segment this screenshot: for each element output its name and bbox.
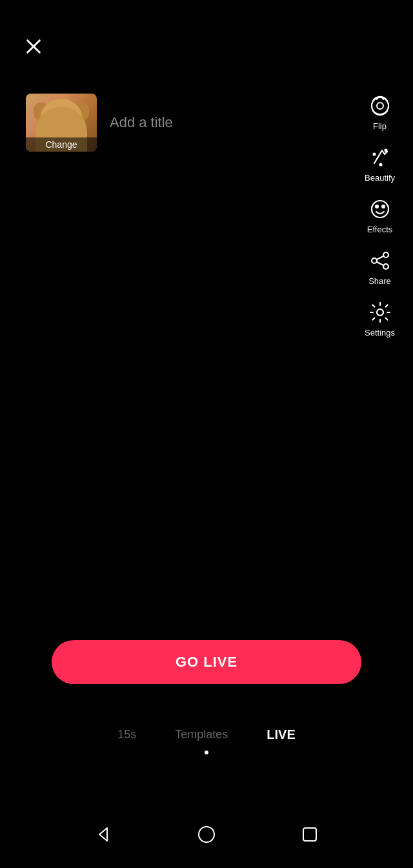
share-label: Share xyxy=(368,276,391,286)
thumbnail[interactable]: Change xyxy=(26,94,97,152)
go-live-button[interactable]: GO LIVE xyxy=(52,640,361,684)
svg-point-4 xyxy=(385,150,387,152)
svg-marker-16 xyxy=(99,828,107,841)
svg-rect-18 xyxy=(303,828,316,841)
svg-point-11 xyxy=(372,258,377,263)
settings-label: Settings xyxy=(365,328,395,338)
beautify-button[interactable]: Beautify xyxy=(365,145,395,183)
tab-templates[interactable]: Templates xyxy=(175,728,228,742)
close-button[interactable] xyxy=(21,34,46,59)
home-nav-button[interactable] xyxy=(192,820,221,849)
effects-button[interactable]: Effects xyxy=(367,197,393,234)
svg-point-12 xyxy=(383,264,388,269)
back-nav-button[interactable] xyxy=(89,820,117,849)
svg-point-17 xyxy=(199,827,214,842)
tab-15s[interactable]: 15s xyxy=(117,728,136,742)
svg-point-7 xyxy=(372,201,388,217)
change-label: Change xyxy=(26,137,97,152)
svg-point-8 xyxy=(376,205,378,208)
recents-nav-button[interactable] xyxy=(296,820,324,849)
svg-point-5 xyxy=(379,164,381,166)
svg-point-9 xyxy=(382,205,385,208)
top-bar: Change Add a title xyxy=(26,94,173,152)
svg-point-10 xyxy=(383,252,388,257)
svg-point-6 xyxy=(373,154,375,156)
bottom-tabs: 15s Templates LIVE xyxy=(0,727,413,742)
share-button[interactable]: Share xyxy=(368,248,392,286)
active-tab-indicator xyxy=(205,751,208,754)
add-title-input[interactable]: Add a title xyxy=(110,114,173,131)
right-icons-panel: Flip Beautify Effects Share xyxy=(365,94,395,338)
tab-live[interactable]: LIVE xyxy=(267,727,295,742)
flip-label: Flip xyxy=(373,121,387,131)
effects-label: Effects xyxy=(367,225,393,234)
svg-line-13 xyxy=(377,256,383,259)
settings-button[interactable]: Settings xyxy=(365,300,395,338)
flip-button[interactable]: Flip xyxy=(368,94,392,131)
svg-point-3 xyxy=(377,103,383,109)
svg-point-15 xyxy=(377,309,383,316)
beautify-label: Beautify xyxy=(365,173,395,183)
system-nav-bar xyxy=(0,820,413,849)
svg-line-14 xyxy=(377,262,383,265)
